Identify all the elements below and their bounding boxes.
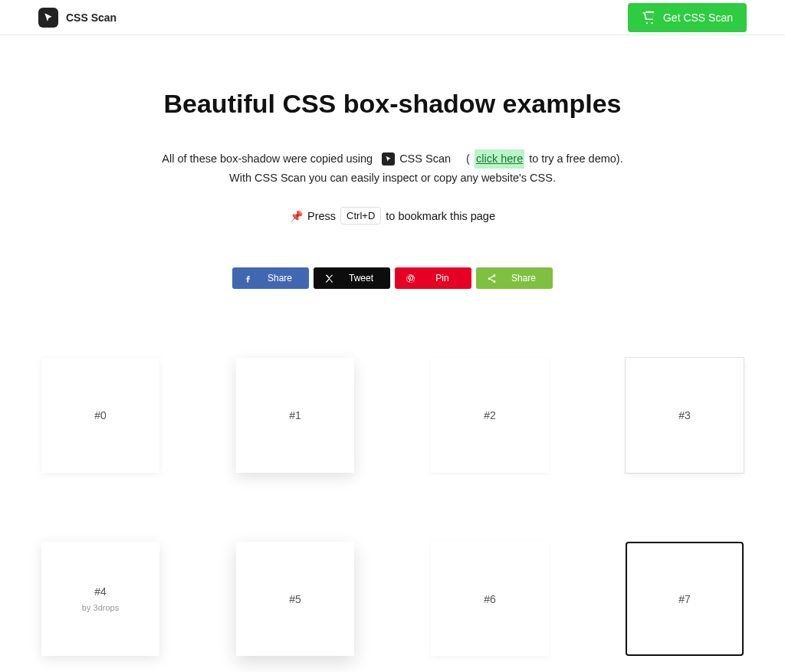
x-icon [320,274,338,284]
main-content: Beautiful CSS box-shadow examples All of… [0,35,785,672]
paren-open: ( [466,149,470,169]
sharethis-icon [482,274,501,284]
card-label: #4 [94,585,107,598]
cart-icon [642,11,655,25]
bookmark-key: Ctrl+D [340,207,381,225]
example-card-7[interactable]: #7 [626,542,744,657]
pinterest-icon [401,274,419,284]
subtitle-block: All of these box-shadow were copied usin… [23,149,762,187]
svg-point-2 [488,277,490,280]
bookmark-hint: 📌 Press Ctrl+D to bookmark this page [23,207,762,225]
subtitle-line-2: With CSS Scan you can easily inspect or … [23,169,762,188]
example-card-4[interactable]: #4 by 3drops [41,542,159,657]
cursor-icon [385,156,392,162]
css-scan-inline-label: CSS Scan [399,149,451,169]
share-row: Share Tweet Pin Share [23,267,762,289]
example-card-2[interactable]: #2 [431,358,549,473]
subtitle-suffix: to try a free demo). [529,149,623,169]
share-facebook-button[interactable]: Share [232,267,309,289]
facebook-icon [238,274,257,284]
page-title: Beautiful CSS box-shadow examples [23,89,762,119]
demo-link[interactable]: click here [475,149,524,169]
share-sharethis-button[interactable]: Share [476,267,553,289]
card-label: #7 [678,593,691,605]
subtitle-line-1: All of these box-shadow were copied usin… [23,149,762,169]
card-label: #1 [289,409,301,421]
header-left: CSS Scan [38,8,117,28]
share-sharethis-label: Share [501,273,547,284]
bookmark-suffix: to bookmark this page [386,210,495,222]
example-card-0[interactable]: #0 [41,358,159,473]
card-label: #0 [94,409,107,421]
pin-icon: 📌 [290,210,303,222]
share-pinterest-label: Pin [419,273,465,284]
cta-label: Get CSS Scan [663,11,733,24]
brand-name[interactable]: CSS Scan [66,11,117,24]
card-sublabel: by 3drops [82,603,119,612]
example-card-3[interactable]: #3 [626,358,744,473]
subtitle-prefix: All of these box-shadow were copied usin… [162,149,373,169]
bookmark-press: Press [307,210,336,222]
share-pinterest-button[interactable]: Pin [395,267,471,289]
card-label: #5 [289,593,301,605]
get-css-scan-button[interactable]: Get CSS Scan [628,3,747,32]
share-twitter-label: Tweet [338,273,384,284]
svg-point-3 [493,280,495,282]
cursor-icon [43,12,54,23]
example-card-1[interactable]: #1 [236,358,354,473]
share-twitter-button[interactable]: Tweet [314,267,390,289]
brand-logo[interactable] [38,8,58,28]
examples-grid: #0 #1 #2 #3 #4 by 3drops #5 #6 #7 [23,358,762,656]
card-label: #3 [678,409,691,421]
svg-point-1 [493,274,495,277]
inline-logo [382,152,395,166]
share-facebook-label: Share [257,273,303,284]
card-label: #6 [484,593,496,605]
example-card-6[interactable]: #6 [431,542,549,657]
card-label: #2 [484,409,496,421]
header-bar: CSS Scan Get CSS Scan [0,0,785,35]
example-card-5[interactable]: #5 [236,542,354,657]
